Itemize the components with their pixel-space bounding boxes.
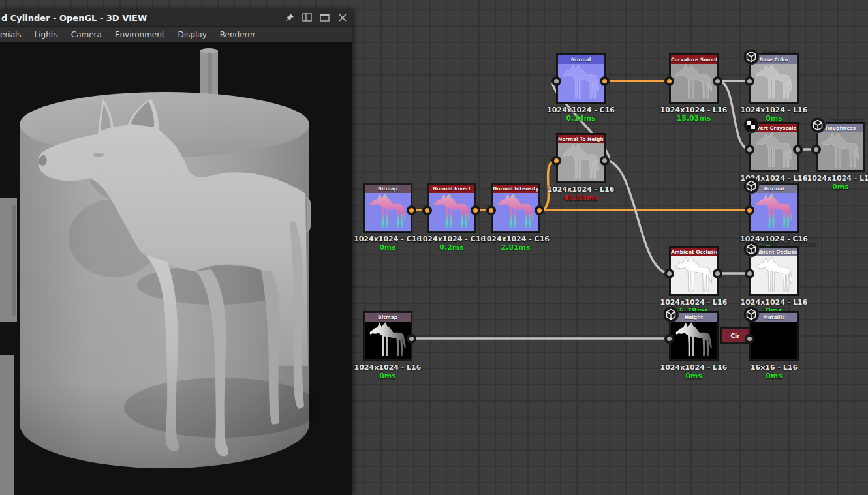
window-menu-bar: erialsLightsCameraEnvironmentDisplayRend… [0,27,352,43]
node-title: Bitmap [365,185,411,193]
node-size-label: 1024x1024 - L16 [722,298,826,307]
node-thumbnail-ao [671,256,717,294]
node-thumbnail-normalmap [429,193,474,231]
input-port-normal-invert[interactable] [422,205,432,215]
node-thumbnail-grey [818,132,863,170]
output-cube-icon [743,177,760,194]
output-port-invert-grayscale[interactable] [793,145,803,155]
output-port-bitmap-normal[interactable] [407,205,416,215]
output-cube-icon [662,306,679,323]
node-size-label: 1024x1024 - L16 [788,174,868,183]
menu-item-renderer[interactable]: Renderer [213,30,262,39]
menu-item-lights[interactable]: Lights [28,30,65,39]
window-title: d Cylinder - OpenGL - 3D VIEW [0,13,282,23]
node-normal-to-height-hq[interactable]: Normal To Height HQ [557,134,605,183]
node-thumbnail-normalmap [751,193,797,231]
node-time-label: 45.83ms [529,194,633,202]
close-icon [338,13,347,22]
input-port-metallic-output[interactable] [745,334,754,344]
3d-scene [0,42,352,495]
menu-item-display[interactable]: Display [172,30,213,39]
node-title: Ambient Occlusion (HB... [671,248,717,256]
close-button[interactable] [335,10,350,25]
input-port-height-output[interactable] [664,334,674,344]
output-port-normal-intensity[interactable] [535,205,544,215]
output-port-normal-from-height[interactable] [600,76,610,86]
input-port-invert-grayscale[interactable] [745,145,754,155]
node-normal-invert[interactable]: Normal Invert [427,183,476,232]
node-thumbnail-ao [751,256,797,294]
node-size-label: 1024x1024 - L16 [722,106,826,114]
output-port-bitmap-height[interactable] [407,334,416,344]
node-bitmap-normal[interactable]: Bitmap [364,183,412,232]
node-size-label: 1024x1024 - C16 [529,106,633,114]
output-port-normal-invert[interactable] [471,205,480,215]
node-time-label: 0.14ms [529,114,633,123]
node-thumbnail-bluenormal [558,64,604,102]
node-size-label: 16x16 - L16 [722,363,826,372]
3d-view-window: d Cylinder - OpenGL - 3D VIEW erialsLigh… [0,9,352,495]
pin-icon [285,12,295,23]
input-port-base-color[interactable] [745,76,754,86]
node-size-label: 1024x1024 - L16 [529,185,633,194]
maximize-button[interactable] [317,10,333,25]
input-port-normal-from-height[interactable] [551,76,561,86]
node-time-label: 0ms [722,372,826,380]
grayscale-icon [743,117,760,134]
input-port-normal-to-height-hq[interactable] [551,156,561,166]
node-thumbnail-basecolor [751,64,797,102]
input-port-normal-intensity[interactable] [486,205,496,215]
node-thumbnail-heightmap [671,322,717,359]
node-thumbnail-grey [671,64,717,102]
split-panel-icon [302,13,313,22]
node-size-label: 1024x1024 - C16 [722,235,826,243]
node-curvature-smooth[interactable]: Curvature Smooth [670,54,718,103]
menu-item-environment[interactable]: Environment [108,30,172,39]
node-title: Curvature Smooth [671,55,717,64]
node-time-label: 0ms [788,183,868,191]
3d-viewport[interactable] [0,42,352,495]
input-port-roughness[interactable] [811,145,821,155]
node-thumbnail-heightmap [365,322,411,359]
output-cube-icon [743,306,760,323]
input-port-ao-hbao[interactable] [664,269,674,278]
output-cube-icon [743,241,760,258]
output-port-ao-hbao[interactable] [713,269,722,278]
maximize-icon [320,13,330,22]
menu-item-erials[interactable]: erials [0,30,28,39]
node-title: Normal To Height HQ [558,135,604,143]
node-time-label: 2.81ms [463,243,568,252]
node-size-label: 1024x1024 - C16 [463,235,568,243]
node-normal-from-height[interactable]: Normal [557,54,605,103]
output-port-curvature-smooth[interactable] [713,76,722,86]
node-title: Bitmap [365,313,411,322]
pin-button[interactable] [282,10,298,25]
node-title: Normal Invert [429,185,474,193]
node-thumbnail-greyheight [558,143,604,181]
input-port-curvature-smooth[interactable] [664,76,674,86]
wire-normal-to-height-hq-to-ao-hbao[interactable] [605,160,670,273]
input-port-normal-output[interactable] [745,205,754,215]
window-title-bar[interactable]: d Cylinder - OpenGL - 3D VIEW [0,9,352,27]
input-port-ao-output[interactable] [745,269,754,278]
output-port-normal-to-height-hq[interactable] [600,156,610,166]
node-thumbnail-normalmap [365,193,411,231]
node-ao-hbao[interactable]: Ambient Occlusion (HB... [670,247,718,295]
node-bitmap-height[interactable]: Bitmap [364,312,412,361]
output-cube-icon [743,48,760,65]
output-cube-icon [809,117,826,134]
menu-item-camera[interactable]: Camera [65,30,108,39]
node-thumbnail-grey [751,132,797,170]
node-thumbnail-black [751,322,797,359]
dock-button[interactable] [300,10,315,25]
node-title: Normal [558,55,604,64]
